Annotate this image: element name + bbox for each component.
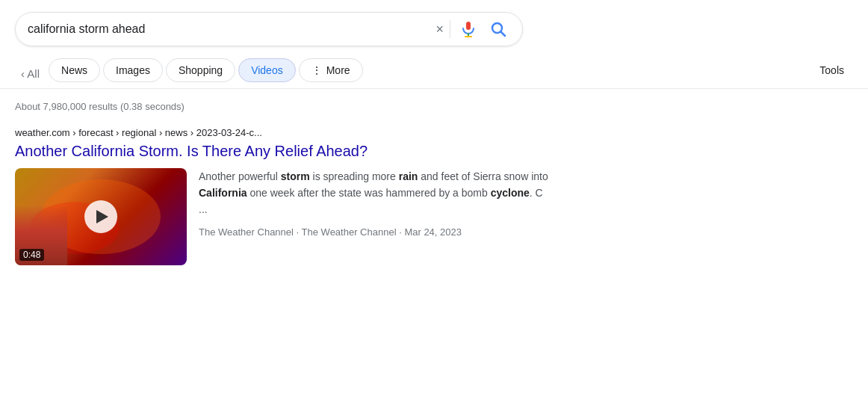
result-meta-dot: · xyxy=(297,226,302,238)
result-snippet: Another powerful storm is spreading more… xyxy=(199,168,553,265)
tab-shopping[interactable]: Shopping xyxy=(166,58,235,82)
tools-button[interactable]: Tools xyxy=(810,58,853,82)
svg-rect-0 xyxy=(466,22,471,30)
search-box: × xyxy=(15,12,523,46)
more-dots-icon: ⋮ xyxy=(311,64,322,76)
bold-storm: storm xyxy=(281,170,310,182)
mic-button[interactable] xyxy=(456,17,480,41)
svg-line-4 xyxy=(501,32,506,37)
result-item: weather.com › forecast › regional › news… xyxy=(15,127,553,265)
tabs-area: ‹ All News Images Shopping Videos ⋮ More… xyxy=(0,55,868,89)
results-count: About 7,980,000 results (0.38 seconds) xyxy=(15,101,553,112)
result-thumbnail[interactable]: 0:48 xyxy=(15,168,187,265)
result-body: 0:48 Another powerful storm is spreading… xyxy=(15,168,553,265)
bold-rain: rain xyxy=(399,170,418,182)
tab-news[interactable]: News xyxy=(49,58,100,82)
play-triangle-icon xyxy=(96,210,108,223)
results-area: About 7,980,000 results (0.38 seconds) w… xyxy=(0,89,568,298)
search-divider xyxy=(450,20,450,38)
search-icon xyxy=(489,20,507,38)
result-meta: The Weather Channel · The Weather Channe… xyxy=(199,225,553,241)
result-channel: The Weather Channel xyxy=(302,226,397,238)
mic-icon xyxy=(459,20,477,38)
result-source: The Weather Channel xyxy=(199,226,294,238)
bold-cyclone: cyclone xyxy=(491,187,530,199)
result-title[interactable]: Another California Storm. Is There Any R… xyxy=(15,141,553,161)
tab-more[interactable]: ⋮ More xyxy=(299,58,363,82)
tab-back-button[interactable]: ‹ All xyxy=(15,61,46,86)
result-url: weather.com › forecast › regional › news… xyxy=(15,127,553,138)
result-date: Mar 24, 2023 xyxy=(404,226,462,238)
tab-videos[interactable]: Videos xyxy=(238,58,296,82)
search-button[interactable] xyxy=(486,17,510,41)
search-bar-area: × xyxy=(0,0,868,55)
tab-images[interactable]: Images xyxy=(103,58,163,82)
bold-california: California xyxy=(199,187,247,199)
play-button[interactable] xyxy=(84,200,117,233)
tab-more-label: More xyxy=(326,64,350,76)
video-duration: 0:48 xyxy=(19,249,44,261)
search-input[interactable] xyxy=(28,22,435,36)
clear-icon[interactable]: × xyxy=(435,22,444,37)
